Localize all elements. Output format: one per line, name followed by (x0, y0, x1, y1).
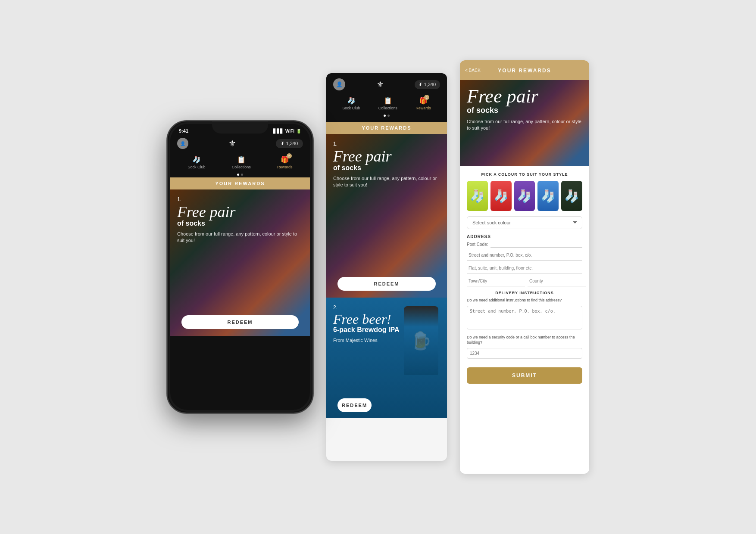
reward-subtitle: of socks (177, 220, 303, 227)
mid-sock-club-label: Sock Club (342, 106, 360, 110)
phone-avatar: 👤 (177, 138, 188, 149)
delivery-title: DELIVERY INSTRUCTIONS (467, 291, 582, 295)
right-hero-subtitle: of socks (467, 106, 582, 115)
sock-red[interactable]: 🧦 (490, 181, 512, 211)
points-value: 1,340 (286, 141, 298, 146)
dot-1 (237, 174, 239, 176)
phone-header-row: 👤 ⚜ ₮ 1,340 (170, 135, 310, 152)
mid-reward1-description: Choose from our full range, any pattern,… (333, 175, 440, 189)
security-code-input[interactable] (467, 348, 582, 359)
wifi-icon: WiFi (285, 129, 294, 134)
flat-input[interactable] (467, 263, 582, 273)
mid-reward1-title: Free pair (333, 149, 440, 164)
rewards-icon: 🎁 2 (280, 155, 290, 164)
sock-purple-icon: 🧦 (514, 181, 535, 211)
socks-colour-row: 🧦 🧦 🧦 🧦 🧦 (467, 181, 582, 211)
collections-icon: 📋 (236, 155, 247, 164)
sock-red-icon: 🧦 (490, 181, 512, 211)
mid-reward1-number: 1. (333, 141, 440, 147)
right-header-title: YOUR REWARDS (498, 68, 551, 74)
colour-section-title: PICK A COLOUR TO SUIT YOUR STYLE (467, 172, 582, 177)
sock-colour-select[interactable]: Select sock colour Lime Red Purple Blue … (467, 216, 582, 229)
phone-points-button[interactable]: ₮ 1,340 (276, 139, 303, 148)
signal-icon: ▋▋▋ (273, 129, 284, 134)
middle-redeem-button-2[interactable]: REDEEM (337, 398, 372, 412)
sock-blue[interactable]: 🧦 (537, 181, 559, 211)
submit-button[interactable]: SUBMIT (467, 367, 582, 384)
nav-rewards-label: Rewards (277, 165, 293, 169)
county-input[interactable] (528, 276, 586, 286)
sock-lime[interactable]: 🧦 (467, 181, 488, 211)
middle-top-nav: 👤 ⚜ ₮ 1,340 🧦 Sock Club 📋 Collections 🎁 … (326, 73, 447, 122)
phone-screen: 9:41 ▋▋▋ WiFi 🔋 👤 ⚜ ₮ 1,340 🧦 (170, 124, 310, 410)
mid-points-icon: ₮ (419, 82, 422, 87)
phone-reward-card: 1. Free pair of socks Choose from our fu… (170, 189, 310, 336)
middle-logo-icon: ⚜ (377, 80, 384, 89)
street-input[interactable] (467, 250, 582, 261)
right-panel-body: PICK A COLOUR TO SUIT YOUR STYLE 🧦 🧦 🧦 🧦… (460, 166, 589, 474)
right-panel: < BACK YOUR REWARDS Free pair of socks C… (460, 60, 589, 474)
delivery-question-2: Do we need a security code or a call box… (467, 335, 582, 345)
postcode-label: Post Code: (467, 242, 488, 247)
phone-nav: 🧦 Sock Club 📋 Collections 🎁 2 Rewards (170, 152, 310, 172)
phone-logo-icon: ⚜ (228, 138, 236, 149)
mid-rewards-label: Rewards (415, 106, 431, 110)
right-hero-title: Free pair (467, 87, 582, 106)
middle-panel: 👤 ⚜ ₮ 1,340 🧦 Sock Club 📋 Collections 🎁 … (326, 73, 447, 461)
delivery-textarea-1[interactable] (467, 306, 582, 329)
middle-profile-row: 👤 ⚜ ₮ 1,340 (333, 78, 440, 90)
points-icon: ₮ (281, 141, 284, 146)
sock-blue-icon: 🧦 (537, 181, 559, 211)
middle-redeem-button-1[interactable]: REDEEM (337, 277, 436, 291)
mid-reward2-subtitle: 6-pack Brewdog IPA (333, 326, 440, 334)
mid-nav-rewards[interactable]: 🎁 2 Rewards (415, 96, 431, 110)
middle-nav: 🧦 Sock Club 📋 Collections 🎁 2 Rewards (333, 94, 440, 113)
status-time: 9:41 (179, 128, 188, 134)
middle-reward-card-1: 1. Free pair of socks Choose from our fu… (326, 134, 447, 298)
mid-nav-sock-club[interactable]: 🧦 Sock Club (342, 96, 360, 110)
middle-points-button[interactable]: ₮ 1,340 (415, 80, 440, 89)
back-button[interactable]: < BACK (465, 68, 481, 73)
middle-reward-card-2: 🍺 2. Free beer! 6-pack Brewdog IPA From … (326, 298, 447, 418)
reward-description: Choose from our full range, any pattern,… (177, 231, 303, 244)
phone-shell: 9:41 ▋▋▋ WiFi 🔋 👤 ⚜ ₮ 1,340 🧦 (167, 121, 313, 413)
town-county-row (467, 276, 582, 286)
nav-collections-label: Collections (232, 165, 251, 169)
mid-reward2-number: 2. (333, 304, 440, 310)
sock-dark-icon: 🧦 (561, 181, 582, 211)
postcode-row: Post Code: (467, 241, 582, 248)
right-hero-section: Free pair of socks Choose from our full … (460, 80, 589, 166)
right-hero-overlay: Free pair of socks Choose from our full … (460, 80, 589, 166)
mid-sock-club-icon: 🧦 (347, 96, 356, 105)
sock-dark[interactable]: 🧦 (561, 181, 582, 211)
sock-purple[interactable]: 🧦 (514, 181, 535, 211)
middle-rewards-banner: YOUR REWARDS (326, 122, 447, 134)
mid-card1-overlay: 1. Free pair of socks Choose from our fu… (326, 134, 447, 298)
phone-notch (212, 121, 268, 134)
battery-icon: 🔋 (296, 129, 301, 134)
nav-item-sock-club[interactable]: 🧦 Sock Club (188, 155, 206, 169)
middle-page-dots (333, 113, 440, 118)
town-input[interactable] (467, 276, 525, 286)
address-label: ADDRESS (467, 234, 582, 239)
sock-club-icon: 🧦 (191, 155, 202, 164)
middle-avatar: 👤 (333, 78, 345, 90)
address-section: ADDRESS Post Code: (467, 234, 582, 286)
mid-rewards-icon: 🎁 2 (419, 96, 428, 105)
nav-sock-club-label: Sock Club (188, 165, 206, 169)
phone-mockup: 9:41 ▋▋▋ WiFi 🔋 👤 ⚜ ₮ 1,340 🧦 (167, 121, 313, 413)
mid-dot-2 (387, 115, 390, 117)
mid-nav-collections[interactable]: 📋 Collections (378, 96, 397, 110)
delivery-question-1: Do we need additional instructions to fi… (467, 298, 582, 303)
phone-redeem-button[interactable]: REDEEM (181, 315, 299, 329)
reward-number: 1. (177, 196, 303, 202)
mid-reward2-title: Free beer! (333, 312, 440, 326)
nav-item-collections[interactable]: 📋 Collections (232, 155, 251, 169)
mid-rewards-badge: 2 (424, 95, 429, 100)
sock-lime-icon: 🧦 (467, 181, 488, 211)
right-hero-description: Choose from our full range, any pattern,… (467, 118, 582, 132)
postcode-input[interactable] (490, 241, 582, 248)
nav-item-rewards[interactable]: 🎁 2 Rewards (277, 155, 293, 169)
mid-reward2-source: From Majestic Wines (333, 337, 440, 344)
mid-dot-1 (384, 115, 386, 117)
